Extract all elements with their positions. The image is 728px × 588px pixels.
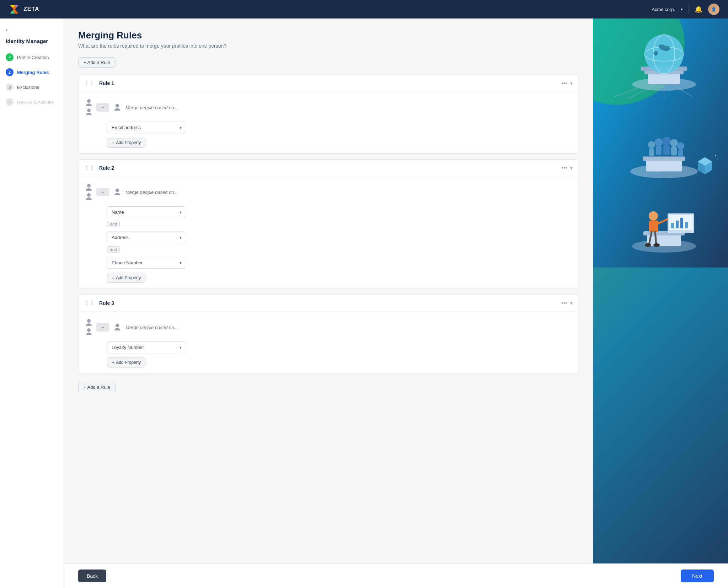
rule-1-property-select-wrapper-0: Email address Name Phone Number Address … bbox=[107, 122, 185, 133]
sidebar-title: Identity Manager bbox=[0, 37, 64, 50]
sidebar-label-profile-creation: Profile Creation bbox=[17, 55, 49, 60]
rule-3-merge-row: → Merge people based on... bbox=[86, 319, 571, 336]
user-avatar[interactable]: 👤 bbox=[708, 4, 719, 15]
rule-2-merge-label: Merge people based on... bbox=[125, 190, 178, 195]
person-icon-bottom bbox=[86, 108, 92, 116]
svg-rect-47 bbox=[647, 234, 681, 246]
rule-3-target-person-icon bbox=[113, 323, 121, 331]
and-badge-1: and bbox=[107, 221, 120, 227]
rule-2-target-person-icon bbox=[113, 188, 121, 196]
rule-1-name: Rule 1 bbox=[99, 80, 558, 86]
rule-2-property-select-wrapper-1: Email address Name Phone Number Address … bbox=[107, 232, 185, 243]
sidebar-item-review-activate[interactable]: 4 Review & Activate bbox=[0, 95, 64, 110]
rule-1-merge-row: → Merge people based on... bbox=[86, 99, 571, 116]
rule-1-actions: ••• ▾ bbox=[561, 80, 573, 86]
top-navigation: ZETA Acme corp. ▾ 🔔 👤 bbox=[0, 0, 728, 18]
svg-point-8 bbox=[87, 193, 91, 197]
rule-3-name: Rule 3 bbox=[99, 300, 558, 306]
rule-3-actions: ••• ▾ bbox=[561, 300, 573, 306]
rule-3-properties: Email address Name Phone Number Address … bbox=[86, 341, 571, 367]
svg-point-7 bbox=[87, 184, 91, 187]
svg-point-12 bbox=[116, 324, 119, 327]
step-badge-2: 2 bbox=[6, 68, 14, 76]
sidebar-label-review-activate: Review & Activate bbox=[17, 100, 54, 105]
rule-1-header: ⋮⋮ Rule 1 ••• ▾ bbox=[79, 75, 578, 92]
svg-rect-32 bbox=[656, 146, 662, 155]
rule-3-merge-label: Merge people based on... bbox=[125, 325, 178, 330]
svg-point-44 bbox=[717, 159, 718, 160]
rule-1-property-select-0[interactable]: Email address Name Phone Number Address … bbox=[107, 122, 185, 133]
rule-2-property-select-0[interactable]: Email address Name Phone Number Address … bbox=[107, 206, 185, 218]
bottom-bar: Back Next bbox=[64, 563, 728, 588]
step-badge-4: 4 bbox=[6, 98, 14, 106]
svg-rect-56 bbox=[680, 218, 683, 228]
rule-2-more-button[interactable]: ••• bbox=[561, 165, 567, 171]
rule-3-person-icon-top bbox=[86, 319, 92, 327]
rule-2-property-select-1[interactable]: Email address Name Phone Number Address … bbox=[107, 232, 185, 243]
rule-1-more-button[interactable]: ••• bbox=[561, 80, 567, 86]
bell-icon[interactable]: 🔔 bbox=[695, 5, 702, 13]
svg-rect-50 bbox=[649, 221, 658, 232]
rule-3-drag-handle[interactable]: ⋮⋮ bbox=[84, 300, 94, 306]
svg-point-11 bbox=[87, 328, 91, 332]
svg-rect-30 bbox=[649, 148, 654, 156]
next-button[interactable]: Next bbox=[681, 570, 714, 582]
main-content: Merging Rules What are the rules require… bbox=[64, 18, 593, 588]
svg-point-43 bbox=[715, 155, 716, 156]
svg-rect-55 bbox=[676, 221, 679, 228]
rule-1-body: → Merge people based on... Email address… bbox=[79, 92, 578, 153]
sidebar-item-merging-rules[interactable]: 2 Merging Rules bbox=[0, 65, 64, 80]
rule-1-merge-label: Merge people based on... bbox=[125, 105, 178, 110]
rule-2-properties: Email address Name Phone Number Address … bbox=[86, 206, 571, 283]
svg-rect-27 bbox=[646, 159, 682, 171]
rule-2-property-select-wrapper-0: Email address Name Phone Number Address … bbox=[107, 206, 185, 218]
rule-3-header: ⋮⋮ Rule 3 ••• ▾ bbox=[79, 295, 578, 312]
rule-2-drag-handle[interactable]: ⋮⋮ bbox=[84, 165, 94, 171]
rule-card-2: ⋮⋮ Rule 2 ••• ▾ bbox=[78, 159, 579, 289]
back-button[interactable]: Back bbox=[78, 570, 106, 582]
svg-rect-36 bbox=[671, 147, 677, 155]
company-name[interactable]: Acme corp. bbox=[652, 7, 675, 12]
rule-2-actions: ••• ▾ bbox=[561, 165, 573, 171]
add-rule-top-button[interactable]: + Add a Rule bbox=[78, 57, 116, 68]
sidebar-item-exclusions[interactable]: 3 Exclusions bbox=[0, 80, 64, 95]
svg-point-37 bbox=[677, 142, 684, 149]
rule-3-more-button[interactable]: ••• bbox=[561, 300, 567, 306]
svg-point-6 bbox=[116, 104, 119, 107]
rule-2-property-select-wrapper-2: Email address Name Phone Number Address … bbox=[107, 257, 185, 269]
rule-1-merge-arrow: → bbox=[96, 103, 109, 112]
svg-point-5 bbox=[87, 108, 91, 112]
illustration-svg bbox=[593, 18, 728, 267]
rule-2-people-icons bbox=[86, 184, 92, 201]
rule-1-drag-handle[interactable]: ⋮⋮ bbox=[84, 80, 94, 86]
rule-1-properties: Email address Name Phone Number Address … bbox=[86, 122, 571, 148]
rule-1-target-person-icon bbox=[113, 104, 121, 111]
svg-point-31 bbox=[655, 138, 663, 146]
rule-3-body: → Merge people based on... Email address… bbox=[79, 312, 578, 373]
svg-point-61 bbox=[653, 243, 660, 247]
rule-2-header: ⋮⋮ Rule 2 ••• ▾ bbox=[79, 160, 578, 176]
svg-point-33 bbox=[662, 137, 671, 145]
rule-2-property-select-2[interactable]: Email address Name Phone Number Address … bbox=[107, 257, 185, 269]
rule-3-collapse-button[interactable]: ▾ bbox=[570, 300, 573, 306]
sidebar-back-button[interactable]: ‹ bbox=[0, 24, 64, 35]
company-dropdown-icon[interactable]: ▾ bbox=[681, 7, 683, 12]
zeta-logo-icon bbox=[9, 4, 20, 15]
rule-2-person-icon-top bbox=[86, 184, 92, 191]
rule-1-add-property-button[interactable]: Add Property bbox=[107, 138, 145, 148]
page-title: Merging Rules bbox=[78, 30, 579, 41]
rule-3-add-property-button[interactable]: Add Property bbox=[107, 357, 145, 367]
add-rule-bottom-button[interactable]: + Add a Rule bbox=[78, 382, 116, 392]
rule-2-body: → Merge people based on... Email address… bbox=[79, 176, 578, 288]
rule-3-property-select-wrapper-0: Email address Name Phone Number Address … bbox=[107, 341, 185, 353]
rule-1-collapse-button[interactable]: ▾ bbox=[570, 80, 573, 86]
rule-3-property-select-0[interactable]: Email address Name Phone Number Address … bbox=[107, 341, 185, 353]
rule-2-add-property-button[interactable]: Add Property bbox=[107, 273, 145, 283]
rule-2-collapse-button[interactable]: ▾ bbox=[570, 165, 573, 171]
step-badge-3: 3 bbox=[6, 83, 14, 91]
sidebar-item-profile-creation[interactable]: ✓ Profile Creation bbox=[0, 50, 64, 65]
svg-point-49 bbox=[649, 211, 658, 221]
app-layout: ‹ Identity Manager ✓ Profile Creation 2 … bbox=[0, 0, 728, 588]
svg-rect-54 bbox=[671, 223, 674, 228]
svg-rect-38 bbox=[678, 149, 683, 157]
